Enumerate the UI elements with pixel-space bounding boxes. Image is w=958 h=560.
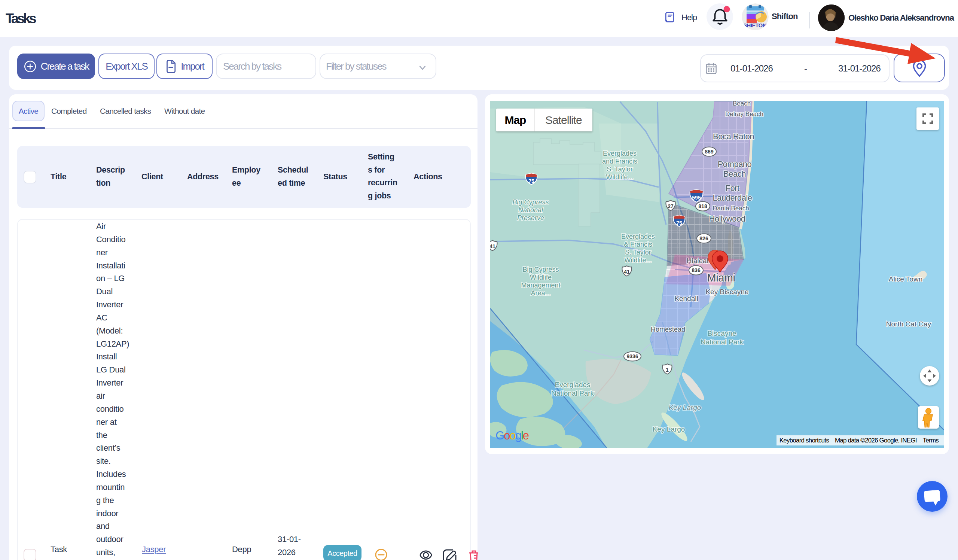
svg-text:Pompano: Pompano	[718, 159, 752, 169]
svg-text:Fort: Fort	[725, 183, 739, 193]
svg-text:North Cat Cay: North Cat Cay	[886, 320, 931, 328]
svg-text:836: 836	[692, 267, 701, 273]
svg-text:National: National	[518, 206, 543, 214]
svg-text:Wildlife: Wildlife	[530, 274, 552, 281]
svg-text:Beach: Beach	[723, 169, 746, 179]
svg-text:75: 75	[676, 220, 682, 226]
svg-text:Everglades: Everglades	[603, 150, 636, 157]
svg-text:Key Largo: Key Largo	[669, 403, 701, 411]
svg-text:9336: 9336	[627, 353, 638, 359]
svg-text:75: 75	[528, 178, 535, 184]
svg-text:Dania Beach: Dania Beach	[712, 205, 749, 212]
svg-text:Management: Management	[521, 281, 560, 289]
svg-text:869: 869	[705, 149, 714, 155]
svg-text:Wildlife...: Wildlife...	[624, 256, 652, 264]
svg-text:Key Largo: Key Largo	[653, 425, 685, 433]
svg-text:SHIFTON: SHIFTON	[743, 22, 766, 29]
svg-text:41: 41	[490, 243, 495, 249]
svg-text:Biscayne: Biscayne	[707, 329, 736, 337]
svg-text:Preserve: Preserve	[517, 214, 544, 222]
svg-text:Kendall: Kendall	[674, 295, 698, 303]
svg-text:Everglades: Everglades	[555, 381, 590, 389]
svg-text:Homestead: Homestead	[651, 326, 685, 333]
svg-text:Hialeah: Hialeah	[687, 257, 711, 265]
svg-text:S. Taylor: S. Taylor	[625, 249, 651, 256]
svg-text:Key Biscayne: Key Biscayne	[706, 288, 749, 296]
svg-text:& Francis: & Francis	[624, 241, 652, 248]
svg-text:S. Taylor: S. Taylor	[607, 165, 633, 173]
svg-text:826: 826	[699, 235, 708, 241]
svg-text:Big Cypress: Big Cypress	[512, 198, 549, 206]
svg-text:Everglades: Everglades	[621, 233, 655, 240]
svg-text:595: 595	[692, 195, 701, 201]
svg-text:41: 41	[624, 269, 630, 275]
svg-text:Beach: Beach	[733, 101, 751, 107]
svg-text:1: 1	[666, 367, 669, 373]
svg-text:Boca Raton: Boca Raton	[713, 132, 754, 141]
svg-text:27: 27	[668, 203, 674, 209]
svg-text:Hollywood: Hollywood	[709, 214, 745, 224]
svg-text:Alice Town: Alice Town	[889, 275, 922, 283]
svg-text:Big Cypress: Big Cypress	[522, 266, 559, 273]
svg-text:Miami: Miami	[707, 272, 735, 284]
svg-text:Wildlife...: Wildlife...	[606, 173, 633, 181]
svg-text:Area...: Area...	[531, 289, 550, 297]
svg-text:Delray Beach: Delray Beach	[725, 110, 763, 117]
svg-text:818: 818	[698, 203, 707, 209]
svg-text:National Park: National Park	[551, 389, 594, 397]
svg-text:and Francis: and Francis	[602, 158, 637, 165]
svg-text:National Park: National Park	[701, 338, 744, 346]
svg-text:Lauderdale: Lauderdale	[712, 193, 752, 203]
